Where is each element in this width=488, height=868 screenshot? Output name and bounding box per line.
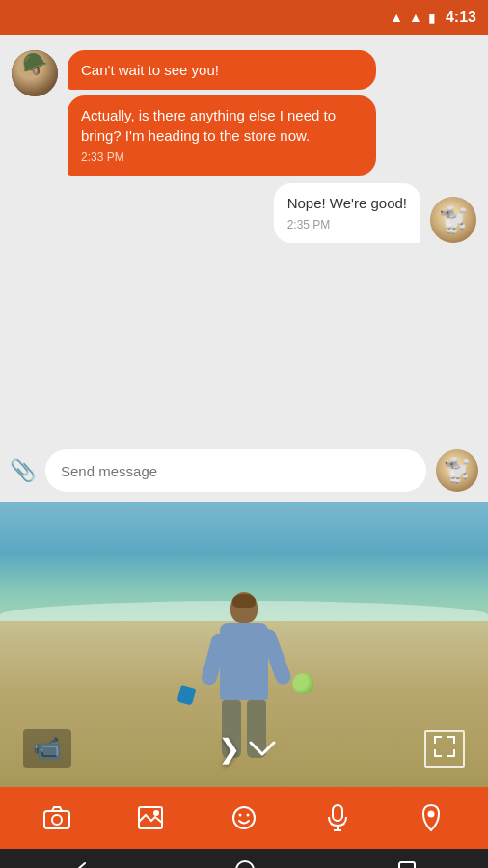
recent-button[interactable]: [397, 860, 417, 869]
emoji-button[interactable]: [221, 795, 267, 841]
bottom-toolbar: [0, 787, 488, 849]
message-timestamp-2: 2:33 PM: [81, 149, 363, 166]
message-text-1: Can't wait to see you!: [81, 62, 219, 78]
message-input[interactable]: [45, 449, 426, 492]
input-row: 📎: [0, 440, 488, 502]
location-button[interactable]: [408, 795, 454, 841]
message-text-3: Nope! We're good!: [287, 195, 407, 211]
svg-point-11: [236, 861, 254, 869]
status-bar: ▲ ▲ ▮ 4:13: [0, 0, 488, 35]
sender-avatar: [12, 50, 58, 96]
video-button[interactable]: 📹: [23, 729, 71, 768]
beach-photo: 📹 ❯: [0, 502, 488, 787]
home-button[interactable]: [234, 859, 256, 869]
person-head: [230, 592, 258, 623]
message-timestamp-3: 2:35 PM: [287, 217, 407, 233]
svg-rect-7: [333, 805, 342, 821]
signal-icon: ▲: [409, 10, 422, 25]
chevron-down-icon[interactable]: ❯: [218, 733, 279, 765]
message-text-2: Actually, is there anything else I need …: [81, 107, 336, 144]
camera-button[interactable]: [34, 795, 80, 841]
back-button[interactable]: [71, 859, 93, 869]
status-time: 4:13: [446, 9, 476, 26]
svg-point-3: [153, 810, 159, 816]
chat-area: Can't wait to see you! Actually, is ther…: [0, 35, 488, 440]
sent-bubbles: Can't wait to see you! Actually, is ther…: [68, 50, 376, 176]
svg-point-1: [52, 815, 62, 825]
wifi-icon: ▲: [390, 10, 403, 25]
attach-icon[interactable]: 📎: [10, 458, 36, 483]
mic-button[interactable]: [314, 795, 361, 841]
bubble-sent-2: Actually, is there anything else I need …: [68, 95, 376, 176]
beach-controls: 📹 ❯: [0, 729, 488, 768]
expand-button[interactable]: [424, 730, 465, 768]
message-row-sent-1: Can't wait to see you! Actually, is ther…: [12, 50, 476, 176]
input-avatar: [436, 449, 478, 492]
nav-bar: [0, 849, 488, 868]
svg-point-6: [246, 814, 249, 817]
message-row-received-1: Nope! We're good! 2:35 PM: [12, 183, 476, 243]
bubble-sent-1: Can't wait to see you!: [68, 50, 376, 90]
battery-icon: ▮: [428, 10, 436, 25]
image-button[interactable]: [127, 795, 174, 841]
svg-point-4: [233, 807, 255, 828]
person-body: [220, 623, 268, 700]
svg-point-5: [238, 814, 241, 817]
svg-rect-0: [44, 811, 69, 828]
bubble-received-1: Nope! We're good! 2:35 PM: [274, 183, 420, 243]
receiver-avatar: [430, 197, 476, 243]
svg-point-10: [428, 811, 435, 818]
svg-rect-12: [399, 862, 415, 869]
